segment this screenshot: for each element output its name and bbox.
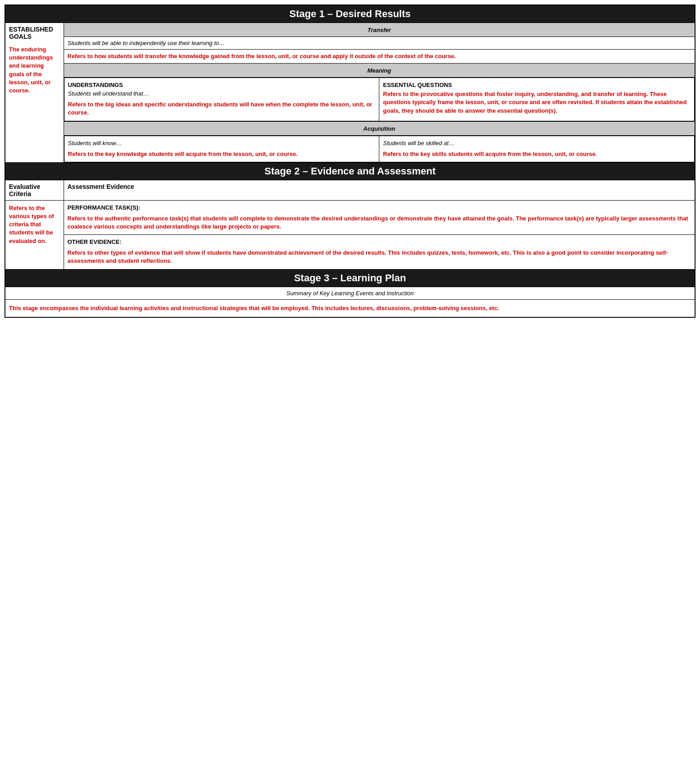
acquisition-content-row: Students will know… Refers to the key kn… [64, 135, 695, 162]
assessment-evidence-header: Assessment Evidence [64, 180, 695, 200]
stage3-header-text: Stage 3 – Learning Plan [294, 272, 406, 284]
performance-task-label: PERFORMANCE TASK(S): [68, 204, 691, 211]
stage2-header: Stage 2 – Evidence and Assessment [5, 162, 695, 180]
acquisition-inner-table: Students will know… Refers to the key kn… [64, 136, 695, 162]
skilled-red: Refers to the key skills students will a… [383, 150, 691, 158]
stage1-header-text: Stage 1 – Desired Results [289, 8, 410, 19]
performance-task-section: PERFORMANCE TASK(S): Refers to the authe… [64, 201, 695, 235]
skilled-italic: Students will be skilled at… [383, 140, 691, 147]
acquisition-header: Acquisition [64, 121, 695, 135]
other-evidence-red: Refers to other types of evidence that w… [68, 249, 691, 265]
other-evidence-label: OTHER EVIDENCE: [68, 238, 691, 245]
transfer-red: Refers to how students will transfer the… [68, 52, 691, 60]
transfer-italic: Students will be able to independently u… [68, 40, 691, 46]
stage1-header: Stage 1 – Desired Results [5, 5, 695, 23]
established-goals-label: ESTABLISHED GOALS [9, 26, 60, 40]
assessment-evidence-cell: PERFORMANCE TASK(S): Refers to the authe… [64, 200, 695, 269]
know-cell: Students will know… Refers to the key kn… [64, 136, 379, 162]
meaning-header: Meaning [64, 64, 695, 78]
stage3-summary-italic-row: Summary of Key Learning Events and Instr… [5, 287, 695, 299]
established-goals-cell: ESTABLISHED GOALS The enduring understan… [5, 23, 64, 163]
transfer-label: Transfer [368, 27, 391, 33]
understandings-red: Refers to the big ideas and specific und… [68, 101, 376, 117]
transfer-red-row: Refers to how students will transfer the… [64, 50, 695, 64]
stage3-summary-italic: Summary of Key Learning Events and Instr… [9, 290, 691, 297]
understandings-label: UNDERSTANDINGS [68, 82, 376, 88]
evaluative-red: Refers to the various types of criteria … [9, 204, 60, 245]
essential-questions-label: ESSENTIAL QUESTIONS [383, 82, 691, 88]
transfer-header: Transfer [64, 23, 695, 37]
transfer-italic-row: Students will be able to independently u… [64, 37, 695, 50]
stage3-header: Stage 3 – Learning Plan [5, 269, 695, 287]
stage2-header-text: Stage 2 – Evidence and Assessment [264, 165, 435, 177]
skilled-cell: Students will be skilled at… Refers to t… [379, 136, 695, 162]
acquisition-label: Acquisition [363, 125, 395, 132]
understandings-cell: UNDERSTANDINGS Students will understand … [64, 78, 379, 121]
understandings-italic: Students will understand that… [68, 90, 376, 97]
stage3-summary-red-row: This stage encompasses the individual le… [5, 299, 695, 317]
established-goals-red: The enduring understandings and learning… [9, 46, 60, 95]
main-table: Stage 1 – Desired Results ESTABLISHED GO… [5, 5, 695, 318]
stage3-summary-red: This stage encompasses the individual le… [9, 304, 691, 312]
know-italic: Students will know… [68, 140, 376, 147]
evaluative-criteria-label: Evaluative Criteria [9, 183, 40, 197]
essential-questions-cell: ESSENTIAL QUESTIONS Refers to the provoc… [379, 78, 695, 121]
performance-task-red: Refers to the authentic performance task… [68, 215, 691, 231]
evaluative-criteria-cell: Refers to the various types of criteria … [5, 200, 64, 269]
evaluative-criteria-header: Evaluative Criteria [5, 180, 64, 200]
other-evidence-section: OTHER EVIDENCE: Refers to other types of… [64, 235, 695, 269]
assessment-evidence-label: Assessment Evidence [68, 183, 134, 190]
know-red: Refers to the key knowledge students wil… [68, 150, 376, 158]
essential-questions-red: Refers to the provocative questions that… [383, 90, 691, 115]
meaning-label: Meaning [367, 67, 391, 74]
meaning-content-row: UNDERSTANDINGS Students will understand … [64, 78, 695, 121]
meaning-inner-table: UNDERSTANDINGS Students will understand … [64, 78, 695, 121]
